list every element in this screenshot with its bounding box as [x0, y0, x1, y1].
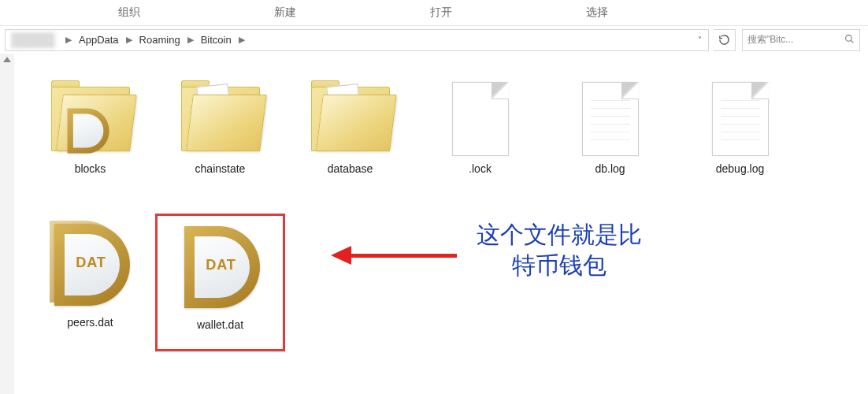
- blurred-user-segment: [12, 32, 55, 48]
- history-dropdown-icon[interactable]: ˅: [692, 35, 707, 44]
- ribbon-tab[interactable]: 选择: [586, 6, 608, 20]
- breadcrumb-segment[interactable]: Roaming: [138, 34, 182, 46]
- folder-item-blocks[interactable]: blocks: [25, 76, 155, 214]
- breadcrumb-separator-icon[interactable]: ▶: [233, 35, 250, 45]
- file-label: chainstate: [195, 162, 246, 175]
- file-pane[interactable]: blocks chainstate database: [14, 54, 868, 394]
- file-item-walletdat[interactable]: DAT wallet.dat: [155, 214, 285, 351]
- file-label: peers.dat: [67, 316, 113, 329]
- dat-file-icon: DAT: [43, 214, 138, 316]
- ribbon-tab[interactable]: 新建: [274, 6, 296, 20]
- file-item-debuglog[interactable]: debug.log: [675, 76, 805, 214]
- folder-icon: [43, 76, 138, 162]
- file-item-lock[interactable]: .lock: [415, 76, 545, 214]
- file-label: blocks: [75, 162, 106, 175]
- breadcrumb[interactable]: ▶ AppData ▶ Roaming ▶ Bitcoin ▶ ˅: [5, 29, 709, 51]
- search-input[interactable]: 搜索"Bitc...: [742, 29, 860, 51]
- file-label: database: [328, 162, 373, 175]
- folder-item-database[interactable]: database: [285, 76, 415, 214]
- breadcrumb-segment[interactable]: AppData: [77, 34, 121, 46]
- folder-icon: [303, 76, 398, 162]
- folder-icon: [173, 76, 268, 162]
- ribbon: 组织 新建 打开 选择: [0, 0, 868, 25]
- ribbon-tab[interactable]: 组织: [118, 6, 140, 20]
- refresh-button[interactable]: [714, 29, 736, 51]
- file-label: wallet.dat: [197, 318, 243, 331]
- file-icon: [563, 76, 658, 162]
- annotation-arrow-icon: [331, 246, 457, 265]
- search-placeholder: 搜索"Bitc...: [747, 33, 844, 46]
- svg-point-0: [846, 35, 852, 41]
- file-item-peersdat[interactable]: DAT peers.dat: [25, 214, 155, 351]
- address-bar-row: ▶ AppData ▶ Roaming ▶ Bitcoin ▶ ˅ 搜索"Bit…: [0, 25, 868, 54]
- file-item-dblog[interactable]: db.log: [545, 76, 675, 214]
- breadcrumb-separator-icon[interactable]: ▶: [182, 35, 199, 45]
- breadcrumb-separator-icon[interactable]: ▶: [121, 35, 138, 45]
- chevron-up-icon: [3, 57, 11, 62]
- dat-file-icon: DAT: [173, 216, 268, 318]
- file-label: db.log: [595, 162, 625, 175]
- breadcrumb-segment[interactable]: Bitcoin: [199, 34, 233, 46]
- refresh-icon: [718, 34, 730, 46]
- ribbon-tab[interactable]: 打开: [430, 6, 452, 20]
- file-label: .lock: [469, 162, 491, 175]
- file-label: debug.log: [716, 162, 765, 175]
- file-icon: [693, 76, 788, 162]
- file-icon: [433, 76, 528, 162]
- scrollbar-up-button[interactable]: [0, 54, 14, 394]
- annotation-text: 这个文件就是比 特币钱包: [461, 219, 658, 281]
- search-icon: [844, 34, 855, 46]
- folder-item-chainstate[interactable]: chainstate: [155, 76, 285, 214]
- breadcrumb-separator-icon[interactable]: ▶: [60, 35, 77, 45]
